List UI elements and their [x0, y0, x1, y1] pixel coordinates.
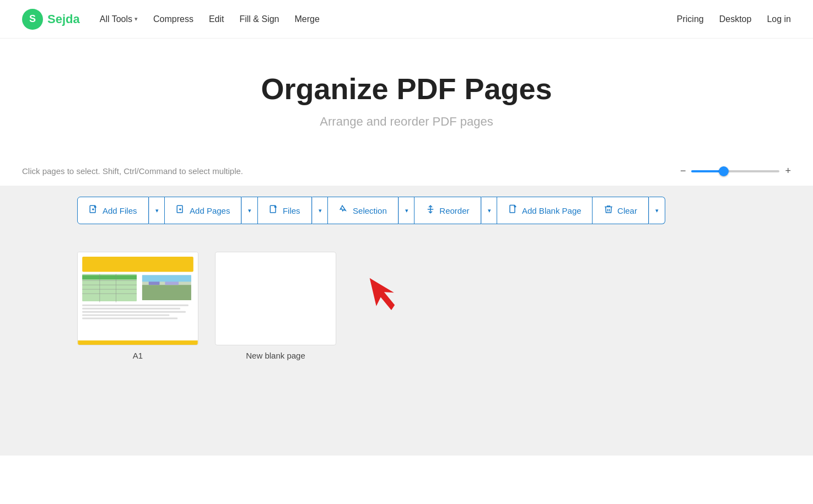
selection-arrow-icon: ▾ [405, 207, 408, 214]
page-subtitle: Arrange and reorder PDF pages [11, 115, 802, 129]
add-files-icon [89, 204, 99, 216]
add-files-arrow-icon: ▾ [155, 207, 159, 214]
zoom-in-icon[interactable]: + [785, 165, 791, 177]
reorder-button[interactable]: Reorder [414, 197, 481, 224]
action-toolbar: Add Files ▾ Add Pages ▾ [0, 186, 813, 235]
nav-compress[interactable]: Compress [153, 14, 193, 24]
svg-rect-19 [82, 315, 169, 316]
page-thumb-a1 [77, 252, 198, 345]
selection-label: Selection [353, 206, 387, 215]
hero-section: Organize PDF Pages Arrange and reorder P… [0, 39, 813, 156]
zoom-bar: Click pages to select. Shift, Ctrl/Comma… [0, 156, 813, 186]
add-pages-label: Add Pages [190, 206, 230, 215]
svg-rect-17 [82, 308, 180, 310]
svg-rect-25 [142, 275, 191, 282]
svg-rect-16 [82, 305, 189, 306]
header: S Sejda All Tools ▾ Compress Edit Fill &… [0, 0, 813, 39]
reorder-arrow-icon: ▾ [488, 207, 491, 214]
selection-hint: Click pages to select. Shift, Ctrl/Comma… [22, 166, 243, 176]
selection-group: Selection ▾ [327, 197, 415, 224]
page-label-a1: A1 [133, 351, 143, 360]
clear-arrow-icon: ▾ [655, 207, 659, 214]
nav-fill-sign[interactable]: Fill & Sign [239, 14, 279, 24]
svg-rect-9 [82, 275, 137, 280]
svg-rect-20 [82, 318, 177, 319]
header-right: Pricing Desktop Log in [677, 14, 791, 24]
reorder-group: Reorder ▾ [414, 197, 497, 224]
clear-button[interactable]: Clear [592, 197, 649, 224]
main-nav: All Tools ▾ Compress Edit Fill & Sign Me… [100, 14, 320, 24]
nav-login[interactable]: Log in [767, 14, 791, 24]
files-button[interactable]: Files [257, 197, 312, 224]
selection-dropdown[interactable]: ▾ [399, 197, 415, 224]
nav-pricing[interactable]: Pricing [677, 14, 704, 24]
add-pages-arrow-icon: ▾ [248, 207, 251, 214]
pages-area: A1 New blank page [0, 235, 813, 456]
clear-group: Clear ▾ [592, 197, 665, 224]
reorder-label: Reorder [439, 206, 469, 215]
page-title: Organize PDF Pages [11, 72, 802, 106]
nav-all-tools-arrow: ▾ [134, 15, 138, 23]
zoom-out-icon[interactable]: − [680, 165, 686, 177]
files-dropdown[interactable]: ▾ [312, 197, 329, 224]
files-arrow-icon: ▾ [319, 207, 322, 214]
nav-edit[interactable]: Edit [209, 14, 224, 24]
logo[interactable]: S Sejda [22, 9, 80, 30]
reorder-icon [426, 204, 435, 216]
svg-rect-7 [82, 257, 193, 272]
toolbar-area: Add Files ▾ Add Pages ▾ [0, 186, 813, 456]
add-files-dropdown[interactable]: ▾ [149, 197, 165, 224]
add-blank-page-button[interactable]: Add Blank Page [497, 197, 593, 224]
zoom-controls: − + [680, 165, 791, 177]
add-files-label: Add Files [103, 206, 137, 215]
clear-icon [604, 204, 613, 216]
add-blank-page-icon [508, 204, 518, 216]
add-pages-icon [176, 204, 186, 216]
clear-label: Clear [617, 206, 637, 215]
logo-icon: S [22, 9, 43, 30]
files-icon [269, 204, 279, 216]
pages-grid: A1 New blank page [77, 252, 736, 360]
selection-button[interactable]: Selection [327, 197, 399, 224]
page-thumb-blank [215, 252, 336, 345]
add-blank-page-group: Add Blank Page [497, 197, 593, 224]
nav-all-tools[interactable]: All Tools ▾ [100, 14, 138, 24]
page-card-a1[interactable]: A1 [77, 252, 198, 360]
selection-icon [339, 204, 349, 216]
header-left: S Sejda All Tools ▾ Compress Edit Fill &… [22, 9, 320, 30]
nav-desktop[interactable]: Desktop [719, 14, 752, 24]
zoom-slider[interactable] [691, 170, 779, 172]
reorder-dropdown[interactable]: ▾ [481, 197, 498, 224]
logo-text: Sejda [47, 12, 80, 26]
files-group: Files ▾ [257, 197, 329, 224]
clear-dropdown[interactable]: ▾ [649, 197, 665, 224]
add-pages-group: Add Pages ▾ [164, 197, 258, 224]
add-files-group: Add Files ▾ [77, 197, 165, 224]
page-card-blank[interactable]: New blank page [215, 252, 336, 360]
page-label-blank: New blank page [246, 351, 305, 360]
svg-rect-22 [142, 285, 191, 300]
files-label: Files [283, 206, 300, 215]
add-blank-page-label: Add Blank Page [522, 206, 582, 215]
add-pages-button[interactable]: Add Pages [164, 197, 241, 224]
add-pages-dropdown[interactable]: ▾ [241, 197, 258, 224]
svg-rect-18 [82, 311, 186, 313]
add-files-button[interactable]: Add Files [77, 197, 149, 224]
nav-merge[interactable]: Merge [295, 14, 320, 24]
svg-rect-26 [78, 340, 197, 345]
